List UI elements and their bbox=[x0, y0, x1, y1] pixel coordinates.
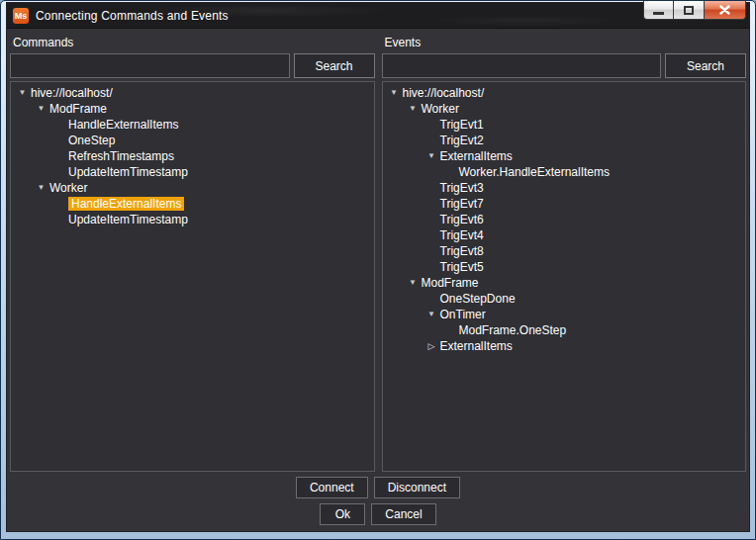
tree-item[interactable]: ▼hive://localhost/ bbox=[383, 85, 746, 101]
tree-item[interactable]: HandleExternalItems bbox=[11, 117, 374, 133]
tree-item[interactable]: ▷ExternalItems bbox=[383, 338, 746, 354]
commands-panel: Commands Search ▼hive://localhost/▼ModFr… bbox=[10, 32, 375, 472]
tree-item[interactable]: ▼Worker bbox=[11, 180, 374, 196]
maximize-icon bbox=[684, 6, 694, 15]
commands-search-input[interactable] bbox=[10, 53, 290, 78]
commands-panel-title: Commands bbox=[13, 36, 373, 49]
disconnect-button[interactable]: Disconnect bbox=[374, 477, 460, 498]
tree-item-label: ModFrame.OneStep bbox=[459, 323, 567, 337]
tree-item-label-selected: HandleExternalItems bbox=[68, 197, 184, 211]
tree-item-label: HandleExternalItems bbox=[68, 118, 178, 132]
events-search-button[interactable]: Search bbox=[665, 53, 746, 78]
tree-item-label: ExternalItems bbox=[440, 339, 513, 353]
panels: Commands Search ▼hive://localhost/▼ModFr… bbox=[10, 30, 746, 472]
tree-item[interactable]: ▼Worker bbox=[383, 101, 746, 117]
tree-item[interactable]: TrigEvt2 bbox=[383, 133, 746, 148]
tree-item[interactable]: HandleExternalItems bbox=[11, 196, 374, 212]
screen: Ms Connecting Commands and Events Comman… bbox=[0, 0, 756, 540]
tree-item-label: OneStep bbox=[68, 134, 115, 147]
tree-item[interactable]: UpdateItemTimestamp bbox=[11, 212, 374, 227]
tree-item-label: TrigEvt1 bbox=[440, 118, 484, 132]
commands-search-row: Search bbox=[10, 53, 375, 78]
expander-expanded-icon[interactable]: ▼ bbox=[425, 148, 439, 164]
tree-item-label: UpdateItemTimestamp bbox=[68, 165, 188, 179]
tree-item-label: UpdateItemTimestamp bbox=[68, 213, 188, 226]
tree-item[interactable]: OneStep bbox=[11, 133, 374, 148]
tree-item[interactable]: TrigEvt5 bbox=[383, 259, 746, 275]
tree-item-label: TrigEvt8 bbox=[440, 244, 484, 258]
tree-item-label: Worker bbox=[49, 181, 87, 195]
window-body: Ms Connecting Commands and Events Comman… bbox=[6, 2, 750, 532]
minimize-icon bbox=[653, 12, 664, 15]
expander-expanded-icon[interactable]: ▼ bbox=[387, 85, 402, 101]
expander-expanded-icon[interactable]: ▼ bbox=[15, 85, 30, 101]
titlebar[interactable]: Ms Connecting Commands and Events bbox=[7, 3, 749, 29]
events-panel: Events Search ▼hive://localhost/▼WorkerT… bbox=[382, 32, 747, 472]
tree-item[interactable]: ▼hive://localhost/ bbox=[11, 85, 374, 101]
tree-item[interactable]: ModFrame.OneStep bbox=[383, 322, 746, 338]
window-title: Connecting Commands and Events bbox=[36, 9, 229, 23]
expander-expanded-icon[interactable]: ▼ bbox=[425, 307, 439, 322]
tree-item-label: TrigEvt6 bbox=[440, 213, 484, 226]
tree-item[interactable]: TrigEvt6 bbox=[383, 212, 746, 227]
expander-expanded-icon[interactable]: ▼ bbox=[34, 101, 48, 117]
tree-item-label: TrigEvt5 bbox=[440, 260, 484, 274]
expander-expanded-icon[interactable]: ▼ bbox=[34, 180, 48, 196]
tree-item[interactable]: ▼OnTimer bbox=[383, 307, 746, 322]
tree-item[interactable]: OneStepDone bbox=[383, 291, 746, 307]
expander-collapsed-icon[interactable]: ▷ bbox=[425, 338, 439, 354]
app-icon: Ms bbox=[13, 8, 29, 24]
tree-item-label: TrigEvt4 bbox=[440, 228, 484, 242]
commands-search-button[interactable]: Search bbox=[294, 53, 375, 78]
tree-item-label: hive://localhost/ bbox=[31, 86, 113, 100]
events-panel-title: Events bbox=[385, 36, 745, 49]
tree-item[interactable]: TrigEvt7 bbox=[383, 196, 746, 212]
tree-item-label: Worker bbox=[422, 102, 459, 116]
tree-item-label: TrigEvt7 bbox=[440, 197, 484, 211]
tree-item[interactable]: TrigEvt4 bbox=[383, 227, 746, 243]
minimize-button[interactable] bbox=[643, 1, 674, 20]
tree-item[interactable]: TrigEvt8 bbox=[383, 243, 746, 259]
tree-item[interactable]: TrigEvt3 bbox=[383, 180, 746, 196]
tree-item-label: ModFrame bbox=[422, 276, 479, 290]
events-search-row: Search bbox=[382, 53, 747, 78]
tree-item-label: ModFrame bbox=[49, 102, 107, 116]
footer: Connect Disconnect Ok Cancel bbox=[10, 472, 746, 531]
commands-tree[interactable]: ▼hive://localhost/▼ModFrameHandleExterna… bbox=[10, 81, 375, 472]
close-icon bbox=[719, 5, 730, 15]
expander-expanded-icon[interactable]: ▼ bbox=[406, 275, 421, 291]
events-tree[interactable]: ▼hive://localhost/▼WorkerTrigEvt1TrigEvt… bbox=[382, 81, 747, 472]
tree-item[interactable]: RefreshTimestamps bbox=[11, 148, 374, 164]
connect-button[interactable]: Connect bbox=[296, 477, 368, 498]
tree-item-label: OnTimer bbox=[440, 308, 486, 321]
connect-row: Connect Disconnect bbox=[296, 477, 460, 498]
tree-item[interactable]: ▼ModFrame bbox=[383, 275, 746, 291]
ok-button[interactable]: Ok bbox=[320, 503, 365, 525]
tree-item-label: Worker.HandleExternalItems bbox=[459, 165, 611, 179]
ok-cancel-row: Ok Cancel bbox=[320, 503, 435, 525]
tree-item-label: TrigEvt2 bbox=[440, 134, 484, 147]
maximize-button[interactable] bbox=[674, 1, 705, 20]
tree-item[interactable]: Worker.HandleExternalItems bbox=[383, 164, 746, 180]
expander-expanded-icon[interactable]: ▼ bbox=[406, 101, 421, 117]
cancel-button[interactable]: Cancel bbox=[371, 503, 435, 525]
tree-item-label: ExternalItems bbox=[440, 149, 513, 163]
window-frame: Ms Connecting Commands and Events Comman… bbox=[0, 0, 756, 540]
events-search-input[interactable] bbox=[382, 53, 662, 78]
dialog-content: Commands Search ▼hive://localhost/▼ModFr… bbox=[7, 30, 749, 531]
tree-item-label: OneStepDone bbox=[440, 292, 516, 306]
close-button[interactable] bbox=[705, 1, 746, 20]
tree-item[interactable]: ▼ExternalItems bbox=[383, 148, 746, 164]
tree-item[interactable]: ▼ModFrame bbox=[11, 101, 374, 117]
tree-item[interactable]: UpdateItemTimestamp bbox=[11, 164, 374, 180]
caption-buttons bbox=[643, 1, 746, 20]
tree-item-label: hive://localhost/ bbox=[403, 86, 485, 100]
tree-item[interactable]: TrigEvt1 bbox=[383, 117, 746, 133]
tree-item-label: TrigEvt3 bbox=[440, 181, 484, 195]
tree-item-label: RefreshTimestamps bbox=[68, 149, 174, 163]
